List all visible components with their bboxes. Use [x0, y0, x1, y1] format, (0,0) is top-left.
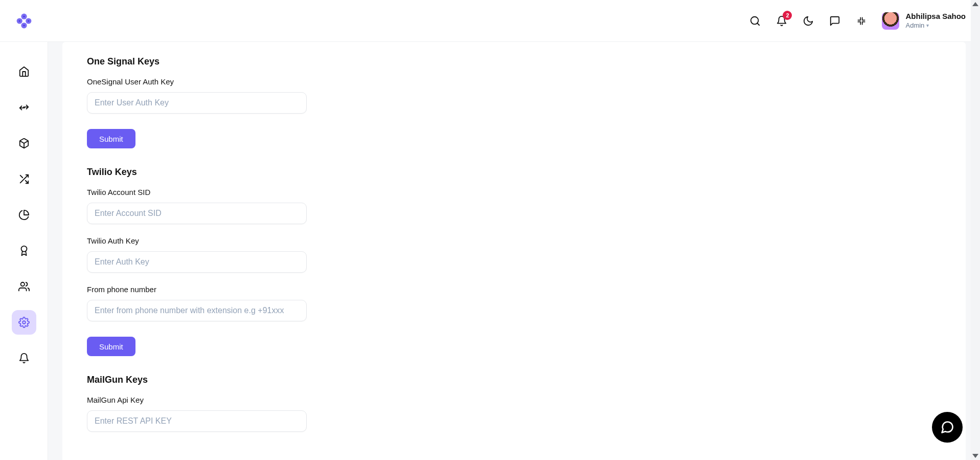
sidebar: [0, 42, 48, 460]
input-mailgun-api-key[interactable]: [87, 410, 307, 432]
avatar: [882, 12, 899, 30]
input-twilio-account-sid[interactable]: [87, 203, 307, 224]
settings-card: One Signal Keys OneSignal User Auth Key …: [62, 42, 966, 460]
label-twilio-account-sid: Twilio Account SID: [87, 188, 307, 196]
svg-point-4: [23, 15, 25, 17]
label-twilio-from-phone: From phone number: [87, 285, 307, 294]
chat-bubble-icon: [940, 420, 954, 434]
moon-icon[interactable]: [802, 15, 814, 27]
user-menu[interactable]: Abhilipsa Sahoo Admin ▾: [882, 12, 966, 30]
minimize-icon[interactable]: [855, 15, 868, 27]
bell-icon[interactable]: 2: [776, 15, 788, 27]
logo-cell: [0, 0, 48, 41]
header-actions: 2 Abhilipsa Sahoo Admin ▾: [749, 12, 980, 30]
section-title-mailgun: MailGun Keys: [87, 375, 941, 385]
input-twilio-from-phone[interactable]: [87, 300, 307, 321]
svg-line-9: [758, 23, 760, 25]
field-onesignal-user-auth-key: OneSignal User Auth Key: [87, 77, 307, 114]
brand-logo-icon: [16, 13, 32, 29]
sidebar-item-transfer[interactable]: [12, 95, 36, 120]
section-title-twilio: Twilio Keys: [87, 167, 941, 178]
input-onesignal-user-auth-key[interactable]: [87, 92, 307, 114]
user-role: Admin ▾: [905, 21, 966, 30]
svg-point-7: [18, 20, 20, 22]
scroll-down-icon[interactable]: [972, 454, 978, 458]
search-icon[interactable]: [749, 15, 761, 27]
svg-point-6: [23, 25, 25, 27]
submit-onesignal-button[interactable]: Submit: [87, 129, 135, 148]
sidebar-item-shuffle[interactable]: [12, 167, 36, 191]
chat-fab[interactable]: [932, 412, 963, 443]
svg-point-16: [22, 321, 26, 324]
label-twilio-auth-key: Twilio Auth Key: [87, 236, 307, 245]
top-header: 2 Abhilipsa Sahoo Admin ▾: [0, 0, 980, 42]
main-scroll[interactable]: One Signal Keys OneSignal User Auth Key …: [48, 42, 980, 460]
sidebar-item-notifications[interactable]: [12, 346, 36, 370]
chat-icon[interactable]: [829, 15, 841, 27]
sidebar-item-users[interactable]: [12, 274, 36, 299]
field-twilio-account-sid: Twilio Account SID: [87, 188, 307, 224]
label-onesignal-user-auth-key: OneSignal User Auth Key: [87, 77, 307, 86]
sidebar-item-chart[interactable]: [12, 203, 36, 227]
submit-twilio-button[interactable]: Submit: [87, 337, 135, 356]
field-twilio-auth-key: Twilio Auth Key: [87, 236, 307, 273]
sidebar-item-award[interactable]: [12, 238, 36, 263]
user-name: Abhilipsa Sahoo: [905, 12, 966, 21]
sidebar-item-home[interactable]: [12, 59, 36, 84]
scroll-up-icon[interactable]: [972, 2, 978, 6]
chevron-down-icon: ▾: [926, 23, 929, 29]
field-mailgun-api-key: MailGun Api Key: [87, 396, 307, 432]
section-title-onesignal: One Signal Keys: [87, 56, 941, 67]
svg-point-5: [28, 20, 30, 22]
sidebar-item-settings[interactable]: [12, 310, 36, 335]
input-twilio-auth-key[interactable]: [87, 251, 307, 273]
svg-point-15: [20, 282, 24, 286]
svg-line-13: [20, 176, 22, 178]
user-text: Abhilipsa Sahoo Admin ▾: [905, 12, 966, 30]
field-twilio-from-phone: From phone number: [87, 285, 307, 321]
sidebar-item-package[interactable]: [12, 131, 36, 156]
notification-badge: 2: [783, 11, 792, 20]
label-mailgun-api-key: MailGun Api Key: [87, 396, 307, 404]
os-scrollbar-stub[interactable]: [971, 0, 980, 460]
